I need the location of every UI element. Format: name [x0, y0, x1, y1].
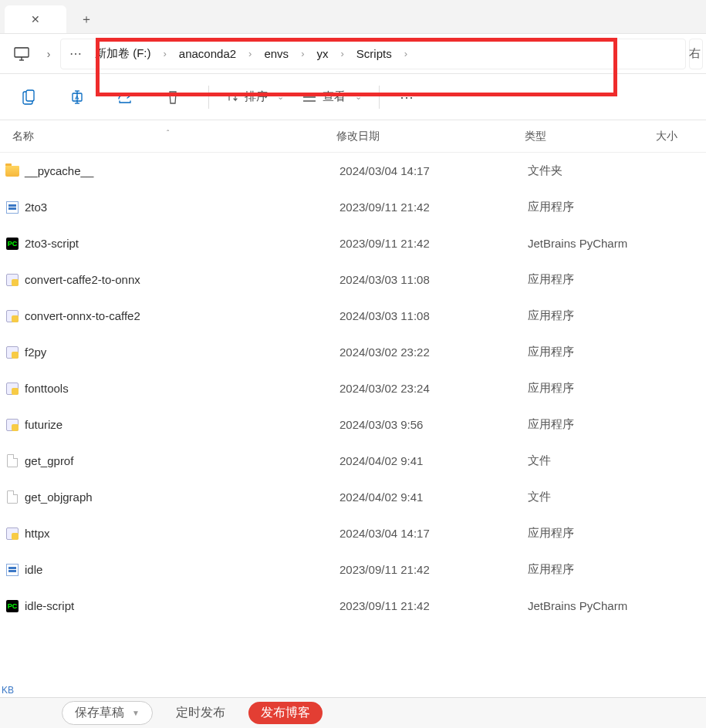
chevron-down-icon: ▼ [132, 709, 140, 717]
file-type: 应用程序 [528, 417, 659, 432]
python-exe-icon [6, 419, 19, 431]
file-row[interactable]: PC2to3-script2023/09/11 21:42JetBrains P… [0, 225, 706, 261]
column-name[interactable]: 名称 ˆ [12, 130, 336, 143]
python-exe-icon [6, 310, 19, 322]
more-icon[interactable]: ⋯ [387, 82, 427, 113]
separator [379, 86, 380, 109]
publish-bar: 保存草稿 ▼ 定时发布 发布博客 [0, 697, 706, 728]
file-row[interactable]: httpx2024/03/04 14:17应用程序 [0, 515, 706, 551]
breadcrumb-item[interactable]: anaconda2 [168, 39, 247, 69]
file-date: 2024/03/03 11:08 [339, 273, 528, 286]
current-tab[interactable]: ✕ [5, 5, 66, 33]
exe-icon [6, 564, 19, 576]
folder-icon [5, 166, 19, 177]
column-header: 名称 ˆ 修改日期 类型 大小 [0, 120, 706, 153]
chevron-right-icon: › [403, 48, 409, 59]
file-type: JetBrains PyCharm [528, 237, 659, 250]
file-name: futurize [25, 418, 339, 431]
file-type: JetBrains PyCharm [528, 599, 659, 612]
share-icon[interactable] [105, 82, 145, 113]
file-date: 2023/09/11 21:42 [339, 201, 528, 214]
breadcrumb[interactable]: ⋯ 新加卷 (F:)› anaconda2› envs› yx› Scripts… [60, 39, 686, 69]
file-type: 应用程序 [528, 381, 659, 396]
chevron-right-icon: › [247, 48, 253, 59]
file-row[interactable]: convert-caffe2-to-onnx2024/03/03 11:08应用… [0, 261, 706, 298]
breadcrumb-item[interactable]: envs [253, 39, 299, 69]
chevron-right-icon[interactable]: › [40, 48, 57, 60]
file-name: get_gprof [25, 454, 339, 467]
python-exe-icon [6, 383, 19, 395]
monitor-icon[interactable] [3, 39, 40, 69]
column-type[interactable]: 类型 [525, 130, 656, 143]
column-size[interactable]: 大小 [656, 130, 694, 143]
python-exe-icon [6, 346, 19, 359]
sort-label: 排序 [245, 89, 268, 104]
delete-icon[interactable] [153, 82, 193, 113]
file-date: 2024/03/02 23:22 [339, 345, 528, 359]
file-date: 2024/03/02 23:24 [339, 382, 528, 395]
view-label: 查看 [323, 89, 346, 104]
view-button[interactable]: 查看 ⌄ [293, 82, 371, 113]
file-date: 2023/09/11 21:42 [339, 563, 528, 576]
file-type: 应用程序 [528, 272, 659, 287]
python-exe-icon [6, 274, 19, 286]
column-name-label: 名称 [12, 130, 34, 142]
chevron-right-icon: › [299, 48, 306, 59]
svg-rect-4 [26, 90, 34, 101]
file-date: 2024/04/02 9:41 [339, 490, 528, 504]
new-tab-button[interactable]: ＋ [71, 5, 102, 33]
breadcrumb-item[interactable]: 新加卷 (F:) [84, 39, 162, 69]
scheduled-publish-button[interactable]: 定时发布 [176, 705, 225, 721]
file-row[interactable]: get_gprof2024/04/02 9:41文件 [0, 443, 706, 479]
file-date: 2023/09/11 21:42 [339, 237, 528, 250]
file-row[interactable]: get_objgraph2024/04/02 9:41文件 [0, 479, 706, 515]
file-row[interactable]: __pycache__2024/03/04 14:17文件夹 [0, 153, 706, 189]
chevron-right-icon: › [339, 48, 345, 59]
breadcrumb-item[interactable]: Scripts [346, 39, 403, 69]
side-panel-cut[interactable]: 右 [689, 39, 703, 69]
file-type: 应用程序 [528, 345, 659, 359]
file-type: 应用程序 [528, 308, 659, 323]
status-bar: KB [2, 685, 14, 696]
file-row[interactable]: fonttools2024/03/02 23:24应用程序 [0, 370, 706, 406]
rename-icon[interactable]: A [57, 82, 97, 113]
file-row[interactable]: PCidle-script2023/09/11 21:42JetBrains P… [0, 588, 706, 624]
file-name: convert-caffe2-to-onnx [25, 273, 339, 286]
separator [208, 86, 209, 109]
sort-button[interactable]: 排序 ⌄ [217, 82, 293, 113]
clipboard-icon[interactable] [9, 82, 49, 113]
column-date[interactable]: 修改日期 [336, 130, 525, 143]
tab-bar: ✕ ＋ [0, 0, 706, 34]
file-icon [7, 490, 18, 504]
chevron-down-icon: ⌄ [355, 92, 362, 102]
file-row[interactable]: 2to32023/09/11 21:42应用程序 [0, 189, 706, 225]
chevron-right-icon: › [162, 48, 168, 59]
publish-button[interactable]: 发布博客 [248, 702, 323, 724]
breadcrumb-overflow-icon[interactable]: ⋯ [66, 46, 84, 61]
save-draft-button[interactable]: 保存草稿 ▼ [62, 701, 153, 725]
file-type: 文件夹 [528, 163, 659, 178]
file-type: 应用程序 [528, 200, 659, 214]
exe-icon [6, 201, 19, 214]
file-row[interactable]: idle2023/09/11 21:42应用程序 [0, 551, 706, 588]
python-exe-icon [6, 527, 19, 540]
file-name: 2to3 [25, 201, 339, 214]
address-bar: › ⋯ 新加卷 (F:)› anaconda2› envs› yx› Scrip… [0, 34, 706, 74]
pycharm-icon: PC [6, 238, 19, 250]
save-draft-label: 保存草稿 [75, 705, 124, 721]
close-icon[interactable]: ✕ [31, 13, 40, 25]
file-row[interactable]: convert-onnx-to-caffe22024/03/03 11:08应用… [0, 298, 706, 334]
file-type: 应用程序 [528, 526, 659, 541]
toolbar: A 排序 ⌄ 查看 ⌄ ⋯ [0, 74, 706, 120]
file-row[interactable]: futurize2024/03/03 9:56应用程序 [0, 406, 706, 443]
file-date: 2024/03/03 11:08 [339, 309, 528, 322]
svg-text:A: A [75, 94, 79, 101]
file-type: 应用程序 [528, 562, 659, 577]
file-type: 文件 [528, 490, 659, 504]
file-name: idle [25, 563, 339, 576]
sort-caret-icon: ˆ [167, 130, 169, 138]
pycharm-icon: PC [6, 600, 19, 612]
breadcrumb-item[interactable]: yx [306, 39, 339, 69]
file-row[interactable]: f2py2024/03/02 23:22应用程序 [0, 334, 706, 370]
chevron-down-icon: ⌄ [277, 92, 284, 102]
